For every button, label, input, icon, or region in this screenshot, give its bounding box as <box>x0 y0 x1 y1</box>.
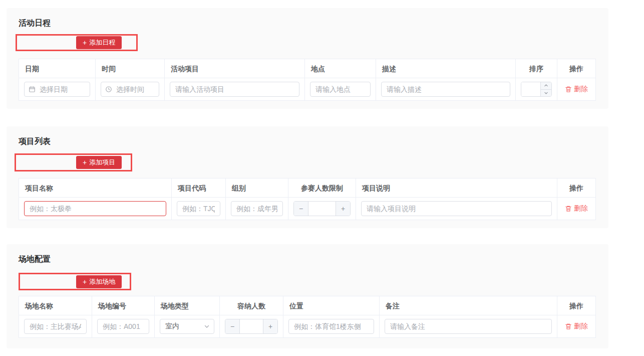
project-code-input[interactable] <box>177 201 220 216</box>
delete-label: 删除 <box>574 204 588 213</box>
section-title-schedule: 活动日程 <box>19 18 51 29</box>
col-header-time: 时间 <box>96 59 165 78</box>
spinner-up-button[interactable] <box>541 82 551 90</box>
add-venue-button-label: 添加场地 <box>89 277 115 286</box>
stepper-plus-button[interactable]: + <box>263 319 277 333</box>
delete-project-button[interactable]: 删除 <box>565 204 588 213</box>
capacity-stepper: − + <box>225 319 278 334</box>
table-row-cell-capacity: − + <box>220 315 283 337</box>
col-header-venue-name: 场地名称 <box>19 296 92 315</box>
table-row-cell-project-name <box>19 198 172 220</box>
table-row-cell-actions: 删除 <box>557 315 595 337</box>
table-row-cell-date <box>19 78 96 100</box>
col-header-venue-type: 场地类型 <box>155 296 220 315</box>
venue-note-input[interactable] <box>385 319 552 334</box>
table-row-cell-venue-name <box>19 315 92 337</box>
add-schedule-button[interactable]: + 添加日程 <box>76 36 122 49</box>
stepper-plus-button[interactable]: + <box>336 202 350 216</box>
activity-schedule-section: 活动日程 + 添加日程 日期 时间 活动项目 地点 描述 排序 操作 <box>7 8 608 109</box>
add-venue-button[interactable]: + 添加场地 <box>76 275 122 288</box>
section-title-projects: 项目列表 <box>19 136 51 147</box>
table-row-cell-group <box>226 198 288 220</box>
col-header-sort: 排序 <box>516 59 557 78</box>
add-project-button[interactable]: + 添加项目 <box>76 156 122 169</box>
delete-label: 删除 <box>574 322 588 331</box>
project-name-input[interactable] <box>24 201 166 216</box>
col-header-actions: 操作 <box>557 59 595 78</box>
chevron-down-icon <box>204 323 210 329</box>
group-input[interactable] <box>231 201 283 216</box>
plus-icon: + <box>83 278 87 285</box>
table-row-cell-venue-code <box>92 315 155 337</box>
col-header-activity: 活动项目 <box>165 59 305 78</box>
delete-label: 删除 <box>574 85 588 94</box>
venue-code-input[interactable] <box>97 319 149 334</box>
description-input[interactable] <box>381 82 510 97</box>
clock-icon <box>105 86 112 93</box>
stepper-minus-button[interactable]: − <box>225 319 240 333</box>
delete-venue-button[interactable]: 删除 <box>565 322 588 331</box>
table-row-cell-location <box>305 78 376 100</box>
calendar-icon <box>29 86 36 93</box>
participant-limit-stepper: − + <box>293 201 351 216</box>
trash-icon <box>565 323 572 330</box>
annotation-highlight-box: + 添加场地 <box>19 273 131 290</box>
add-schedule-button-label: 添加日程 <box>89 38 115 47</box>
delete-schedule-button[interactable]: 删除 <box>565 85 588 94</box>
participant-limit-input[interactable] <box>308 202 336 216</box>
activity-input[interactable] <box>170 82 299 97</box>
col-header-date: 日期 <box>19 59 96 78</box>
venue-table: 场地名称 场地编号 场地类型 容纳人数 位置 备注 操作 室内 − + <box>19 296 596 338</box>
table-row-cell-time <box>96 78 165 100</box>
table-row-cell-note <box>380 315 557 337</box>
sort-number-spinner <box>521 82 552 97</box>
table-row-cell-venue-type: 室内 <box>155 315 220 337</box>
col-header-note: 备注 <box>380 296 557 315</box>
col-header-venue-code: 场地编号 <box>92 296 155 315</box>
col-header-position: 位置 <box>283 296 380 315</box>
plus-icon: + <box>83 159 87 166</box>
stepper-minus-button[interactable]: − <box>294 202 308 216</box>
table-row-cell-activity <box>165 78 305 100</box>
table-row-cell-project-code <box>172 198 226 220</box>
trash-icon <box>565 205 572 212</box>
col-header-description: 描述 <box>376 59 516 78</box>
table-row-cell-limit: − + <box>288 198 356 220</box>
col-header-location: 地点 <box>305 59 376 78</box>
location-input[interactable] <box>310 82 371 97</box>
col-header-project-description: 项目说明 <box>356 179 557 198</box>
table-row-cell-actions: 删除 <box>557 78 595 100</box>
table-row-cell-project-description <box>356 198 557 220</box>
project-list-section: 项目列表 + 添加项目 项目名称 项目代码 组别 参赛人数限制 项目说明 操作 … <box>7 126 608 228</box>
venue-type-select[interactable]: 室内 <box>160 319 214 334</box>
add-project-button-label: 添加项目 <box>89 158 115 167</box>
annotation-highlight-box: + 添加日程 <box>16 34 138 51</box>
section-title-venues: 场地配置 <box>19 254 51 265</box>
col-header-participant-limit: 参赛人数限制 <box>288 179 356 198</box>
col-header-actions: 操作 <box>557 179 595 198</box>
spinner-down-button[interactable] <box>541 90 551 97</box>
col-header-capacity: 容纳人数 <box>220 296 283 315</box>
table-row-cell-description <box>376 78 516 100</box>
venue-name-input[interactable] <box>24 319 87 334</box>
capacity-input[interactable] <box>240 319 263 333</box>
table-row-cell-position <box>283 315 380 337</box>
venue-type-value: 室内 <box>165 322 179 331</box>
sort-input[interactable] <box>521 82 540 96</box>
chevron-down-icon <box>544 91 548 95</box>
venue-position-input[interactable] <box>288 319 374 334</box>
col-header-project-name: 项目名称 <box>19 179 172 198</box>
project-description-input[interactable] <box>361 201 552 216</box>
col-header-group: 组别 <box>226 179 288 198</box>
trash-icon <box>565 86 572 93</box>
annotation-highlight-box: + 添加项目 <box>15 153 132 171</box>
table-row-cell-actions: 删除 <box>557 198 595 220</box>
chevron-up-icon <box>544 83 548 88</box>
venue-config-section: 场地配置 + 添加场地 场地名称 场地编号 场地类型 容纳人数 位置 备注 操作… <box>7 244 608 348</box>
schedule-table: 日期 时间 活动项目 地点 描述 排序 操作 <box>19 59 596 101</box>
col-header-project-code: 项目代码 <box>172 179 226 198</box>
plus-icon: + <box>83 39 87 46</box>
table-row-cell-sort <box>516 78 557 100</box>
project-table: 项目名称 项目代码 组别 参赛人数限制 项目说明 操作 − + 删 <box>19 178 596 220</box>
col-header-actions: 操作 <box>557 296 595 315</box>
